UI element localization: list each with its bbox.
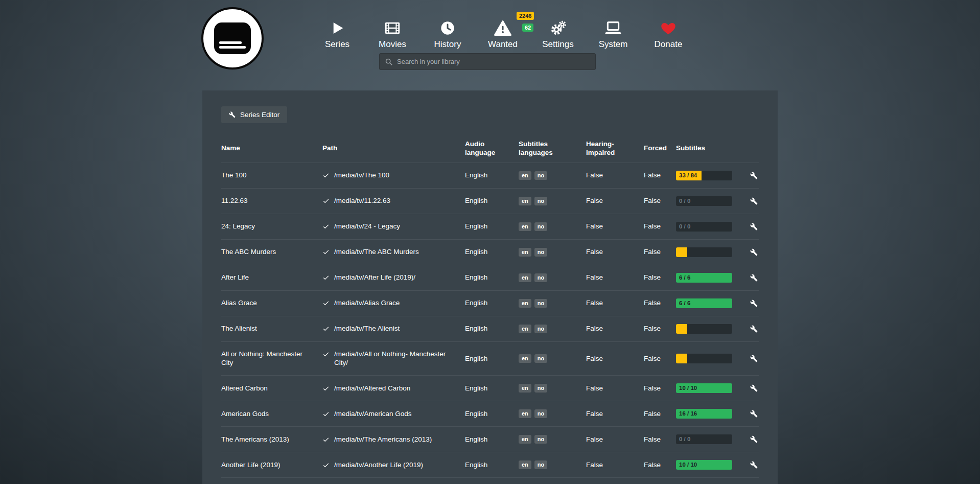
language-badge: no bbox=[534, 222, 547, 231]
series-path-text: /media/tv/The Alienist bbox=[334, 324, 400, 333]
hearing-impaired: False bbox=[586, 324, 644, 333]
check-icon bbox=[322, 172, 330, 179]
search-input[interactable] bbox=[397, 58, 590, 65]
language-badge: no bbox=[534, 248, 547, 257]
wrench-icon bbox=[750, 435, 758, 443]
edit-series-button[interactable] bbox=[750, 299, 758, 307]
nav-item-system[interactable]: System bbox=[586, 19, 641, 50]
audio-language: English bbox=[465, 384, 519, 393]
series-name[interactable]: The 100 bbox=[221, 171, 322, 180]
content-panel: Series Editor NamePathAudio languageSubt… bbox=[202, 90, 778, 484]
check-icon bbox=[322, 325, 330, 332]
gears-icon bbox=[530, 19, 586, 37]
edit-series-button[interactable] bbox=[750, 197, 758, 205]
forced-flag: False bbox=[644, 354, 676, 363]
series-path-text: /media/tv/All or Nothing- Manchester Cit… bbox=[334, 350, 459, 367]
series-name[interactable]: 24: Legacy bbox=[221, 222, 322, 231]
series-name[interactable]: After Life bbox=[221, 273, 322, 282]
edit-series-button[interactable] bbox=[750, 355, 758, 362]
audio-language: English bbox=[465, 247, 519, 257]
table-row: American Gods /media/tv/American Gods En… bbox=[221, 401, 759, 426]
series-path-text: /media/tv/11.22.63 bbox=[334, 196, 390, 205]
nav-label: Donate bbox=[641, 39, 696, 50]
progress-fill bbox=[676, 354, 687, 363]
series-editor-button[interactable]: Series Editor bbox=[221, 106, 287, 123]
series-path: /media/tv/Alias Grace bbox=[322, 298, 465, 308]
audio-language: English bbox=[465, 171, 519, 180]
nav-item-settings[interactable]: Settings bbox=[530, 19, 586, 50]
hearing-impaired: False bbox=[586, 171, 644, 180]
series-name[interactable]: 11.22.63 bbox=[221, 196, 322, 205]
subtitles-progress-bar bbox=[676, 354, 732, 363]
wrench-icon bbox=[750, 172, 758, 179]
language-badge: no bbox=[534, 354, 547, 363]
series-name[interactable]: Alias Grace bbox=[221, 298, 322, 308]
check-icon bbox=[322, 274, 330, 281]
subtitles-languages: enno bbox=[519, 273, 586, 282]
series-name[interactable]: The ABC Murders bbox=[221, 247, 322, 257]
hearing-impaired: False bbox=[586, 409, 644, 419]
series-path-text: /media/tv/Altered Carbon bbox=[334, 384, 410, 393]
series-path: /media/tv/The 100 bbox=[322, 171, 465, 180]
language-badge: en bbox=[519, 222, 531, 231]
edit-series-button[interactable] bbox=[750, 223, 758, 231]
series-name[interactable]: Altered Carbon bbox=[221, 384, 322, 393]
subtitles-progress-bar bbox=[676, 247, 732, 257]
subtitles-progress-bar bbox=[676, 324, 732, 334]
series-name[interactable]: Another Life (2019) bbox=[221, 460, 322, 470]
nav-item-history[interactable]: History bbox=[420, 19, 475, 50]
subtitles-languages: enno bbox=[519, 325, 586, 333]
language-badge: no bbox=[534, 299, 547, 308]
forced-flag: False bbox=[644, 460, 676, 470]
language-badge: no bbox=[534, 435, 547, 444]
nav-item-series[interactable]: Series bbox=[310, 19, 365, 50]
audio-language: English bbox=[465, 324, 519, 333]
nav-item-wanted[interactable]: Wanted224662 bbox=[475, 19, 530, 50]
table-row: A.P. Bio /media/tv/A.P. BIO/ English enn… bbox=[221, 477, 759, 484]
hearing-impaired: False bbox=[586, 298, 644, 308]
search-icon bbox=[385, 58, 393, 66]
forced-flag: False bbox=[644, 196, 676, 205]
subtitles-progress-bar: 6 / 6 bbox=[676, 298, 732, 308]
table-row: All or Nothing: Manchester City /media/t… bbox=[221, 341, 759, 375]
edit-series-button[interactable] bbox=[750, 435, 758, 443]
edit-series-button[interactable] bbox=[750, 461, 758, 469]
language-badge: no bbox=[534, 171, 547, 180]
table-row: The 100 /media/tv/The 100 English enno F… bbox=[221, 163, 759, 188]
series-name[interactable]: The Americans (2013) bbox=[221, 435, 322, 444]
series-path: /media/tv/The Americans (2013) bbox=[322, 435, 465, 444]
edit-series-button[interactable] bbox=[750, 384, 758, 392]
edit-series-button[interactable] bbox=[750, 172, 758, 179]
play-icon bbox=[310, 19, 365, 37]
edit-series-button[interactable] bbox=[750, 410, 758, 418]
subtitles-progress-bar: 0 / 0 bbox=[676, 222, 732, 232]
series-name[interactable]: The Alienist bbox=[221, 324, 322, 333]
column-header: Audio language bbox=[465, 140, 519, 157]
edit-series-button[interactable] bbox=[750, 325, 758, 333]
series-name[interactable]: American Gods bbox=[221, 409, 322, 419]
audio-language: English bbox=[465, 354, 519, 363]
table-row: Another Life (2019) /media/tv/Another Li… bbox=[221, 452, 759, 477]
nav-item-donate[interactable]: Donate bbox=[641, 19, 696, 50]
hearing-impaired: False bbox=[586, 384, 644, 393]
edit-series-button[interactable] bbox=[750, 248, 758, 256]
edit-series-button[interactable] bbox=[750, 274, 758, 282]
table-row: The Americans (2013) /media/tv/The Ameri… bbox=[221, 426, 759, 452]
series-path: /media/tv/The ABC Murders bbox=[322, 247, 465, 257]
language-badge: en bbox=[519, 197, 531, 205]
series-editor-label: Series Editor bbox=[240, 111, 279, 119]
progress-fill bbox=[676, 247, 687, 257]
language-badge: no bbox=[534, 384, 547, 393]
check-icon bbox=[322, 351, 330, 358]
series-name[interactable]: All or Nothing: Manchester City bbox=[221, 350, 322, 367]
subtitles-progress-bar: 0 / 0 bbox=[676, 196, 732, 206]
bazarr-logo[interactable] bbox=[201, 7, 264, 70]
language-badge: en bbox=[519, 248, 531, 257]
subtitles-languages: enno bbox=[519, 409, 586, 418]
audio-language: English bbox=[465, 460, 519, 470]
language-badge: en bbox=[519, 299, 531, 308]
nav-item-movies[interactable]: Movies bbox=[365, 19, 420, 50]
language-badge: en bbox=[519, 409, 531, 418]
subtitles-progress-bar: 10 / 10 bbox=[676, 383, 732, 393]
nav-label: Wanted bbox=[475, 39, 530, 50]
